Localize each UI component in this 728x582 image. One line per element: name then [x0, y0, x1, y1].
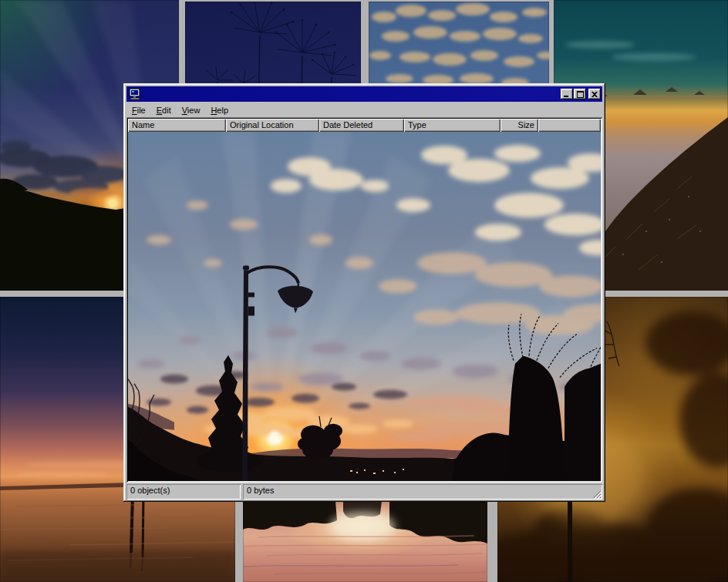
status-bar: 0 object(s) 0 bytes — [126, 484, 602, 500]
column-header-filler — [538, 119, 601, 132]
computer-icon — [129, 88, 141, 100]
minimize-icon — [564, 91, 570, 97]
sunset-lamp-photo-art — [128, 132, 601, 481]
resize-grip-icon[interactable] — [592, 489, 602, 499]
list-view-background-photo[interactable] — [128, 132, 601, 481]
window-titlebar[interactable] — [126, 86, 602, 102]
menu-view[interactable]: View — [177, 104, 206, 116]
minimize-button[interactable] — [561, 89, 573, 99]
menu-bar: File Edit View Help — [126, 103, 603, 117]
status-bytes: 0 bytes — [243, 484, 602, 500]
explorer-window: File Edit View Help Name Original Locati… — [123, 83, 605, 502]
list-view[interactable]: Name Original Location Date Deleted Type… — [126, 117, 602, 483]
column-header-row: Name Original Location Date Deleted Type… — [128, 119, 601, 132]
menu-help[interactable]: Help — [205, 104, 234, 116]
column-header-type[interactable]: Type — [404, 119, 501, 132]
status-objects: 0 object(s) — [126, 484, 241, 500]
column-header-name[interactable]: Name — [128, 119, 226, 132]
menu-edit[interactable]: Edit — [151, 104, 177, 116]
close-button[interactable] — [588, 89, 601, 99]
status-bytes-text: 0 bytes — [247, 486, 274, 495]
maximize-icon — [577, 91, 584, 98]
maximize-button[interactable] — [574, 89, 586, 99]
column-header-date-deleted[interactable]: Date Deleted — [319, 119, 404, 132]
close-icon — [592, 92, 598, 97]
column-header-size[interactable]: Size — [501, 119, 538, 132]
column-header-original-location[interactable]: Original Location — [226, 119, 319, 132]
menu-file[interactable]: File — [126, 104, 151, 116]
